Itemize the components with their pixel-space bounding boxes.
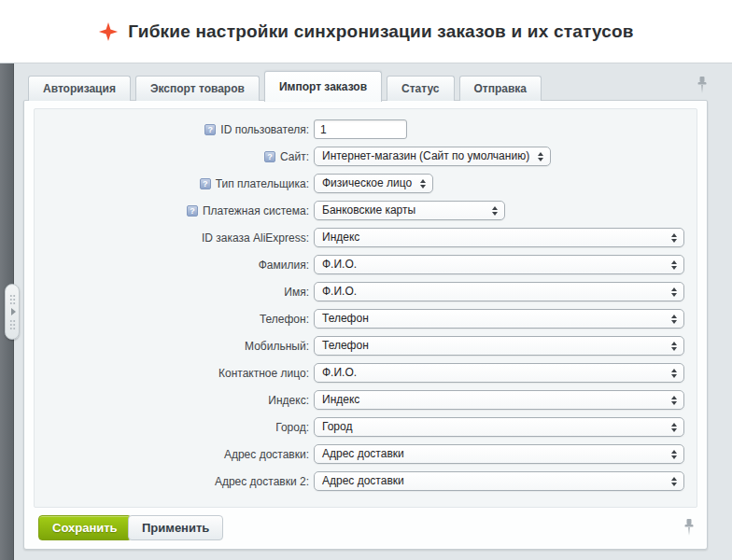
form-row: Адрес доставки 2:Адрес доставки [35, 468, 697, 495]
field-label: Мобильный: [245, 340, 309, 353]
select-arrows-icon [671, 233, 677, 243]
text-input[interactable] [314, 119, 407, 139]
form-row: ?Сайт:Интернет-магазин (Сайт по умолчани… [35, 143, 697, 170]
form-row: Контактное лицо:Ф.И.О. [35, 359, 697, 386]
form-row: ?Тип плательщика:Физическое лицо [35, 170, 697, 197]
select-arrows-icon [671, 423, 677, 432]
select-arrows-icon [538, 152, 543, 161]
grip-dots-icon [9, 294, 16, 304]
form-select[interactable]: Ф.И.О. [314, 282, 684, 301]
form-select[interactable]: Адрес доставки [314, 471, 684, 491]
form-select[interactable]: Банковские карты [314, 201, 505, 220]
field-label: Платежная система: [203, 204, 309, 217]
form-select[interactable]: Адрес доставки [314, 444, 684, 464]
select-arrows-icon [492, 206, 498, 216]
field-label: Сайт: [280, 150, 309, 163]
form-select[interactable]: Телефон [314, 309, 684, 329]
form-row: ID заказа AliExpress:Индекс [35, 224, 697, 251]
admin-workspace: АвторизацияЭкспорт товаровИмпорт заказов… [0, 63, 732, 560]
form-row: Телефон:Телефон [35, 305, 697, 332]
apply-button[interactable]: Применить [128, 515, 223, 540]
field-label: Адрес доставки: [224, 448, 309, 461]
form-row: ?Платежная система:Банковские карты [35, 197, 697, 224]
form-row: Фамилия:Ф.И.О. [35, 251, 697, 278]
tab-4[interactable]: Отправка [459, 76, 542, 101]
select-arrows-icon [671, 315, 677, 324]
tab-2[interactable]: Импорт заказов [264, 71, 382, 102]
select-arrows-icon [420, 179, 426, 189]
field-label: Индекс: [268, 394, 309, 407]
grip-dots-icon [9, 319, 16, 329]
help-icon[interactable]: ? [204, 124, 216, 135]
settings-panel: ?ID пользователя:?Сайт:Интернет-магазин … [23, 100, 708, 550]
select-arrows-icon [671, 369, 677, 378]
field-label: Адрес доставки 2: [215, 475, 309, 488]
select-arrows-icon [671, 477, 677, 486]
field-label: Телефон: [260, 313, 309, 326]
sidebar-toggle-handle[interactable] [5, 284, 20, 340]
pin-icon[interactable] [697, 77, 708, 94]
form-select[interactable]: Индекс [314, 228, 684, 247]
field-label: Город: [275, 421, 309, 434]
right-arrow-icon [11, 308, 16, 315]
help-icon[interactable]: ? [200, 178, 211, 189]
field-label: Контактное лицо: [218, 367, 309, 380]
select-arrows-icon [671, 396, 677, 405]
form-select[interactable]: Город [314, 417, 684, 437]
form-select[interactable]: Ф.И.О. [314, 363, 684, 383]
tab-1[interactable]: Экспорт товаров [135, 76, 260, 101]
select-arrows-icon [671, 287, 677, 297]
field-label: Фамилия: [259, 259, 309, 272]
select-arrows-icon [671, 450, 677, 459]
select-arrows-icon [671, 260, 677, 270]
pin-icon[interactable] [683, 519, 695, 537]
tab-3[interactable]: Статус [387, 76, 454, 101]
form-select[interactable]: Ф.И.О. [314, 255, 684, 274]
form-select[interactable]: Физическое лицо [314, 174, 433, 193]
help-icon[interactable]: ? [264, 151, 275, 162]
tab-bar: АвторизацияЭкспорт товаровИмпорт заказов… [28, 69, 542, 101]
form-row: Город:Город [35, 413, 697, 441]
tab-0[interactable]: Авторизация [28, 76, 131, 101]
page-header: Гибкие настройки синхронизации заказов и… [0, 0, 732, 63]
help-icon[interactable]: ? [187, 205, 198, 217]
form-row: Мобильный:Телефон [35, 332, 697, 359]
field-label: ID заказа AliExpress: [202, 231, 309, 245]
form-row: Индекс:Индекс [35, 386, 697, 413]
save-button[interactable]: Сохранить [38, 515, 132, 540]
panel-footer: Сохранить Применить [24, 508, 707, 549]
select-arrows-icon [671, 342, 677, 351]
form-select[interactable]: Телефон [314, 336, 684, 356]
field-label: Тип плательщика: [216, 177, 309, 190]
form-row: Адрес доставки:Адрес доставки [35, 441, 697, 468]
page-title: Гибкие настройки синхронизации заказов и… [128, 21, 633, 42]
form-row: ?ID пользователя: [35, 116, 697, 143]
star-icon [98, 21, 119, 42]
form-select[interactable]: Интернет-магазин (Сайт по умолчанию) [314, 147, 551, 166]
form-select[interactable]: Индекс [314, 390, 684, 410]
form-row: Имя:Ф.И.О. [35, 278, 697, 305]
field-label: ID пользователя: [220, 123, 309, 136]
import-orders-form: ?ID пользователя:?Сайт:Интернет-магазин … [34, 108, 697, 508]
field-label: Имя: [284, 286, 309, 299]
